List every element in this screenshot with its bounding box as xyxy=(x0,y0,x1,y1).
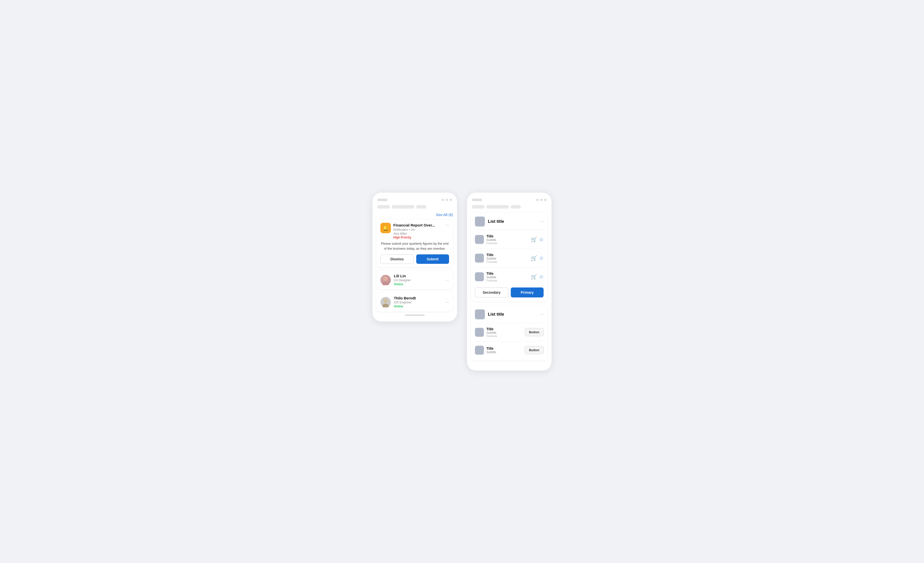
list-card-1: List title ··· Title Subtitle Footnote 🛒… xyxy=(471,213,548,302)
list-card-2-header: List title ··· xyxy=(475,309,544,319)
list-row-2-info: Title Subtitle Footnote xyxy=(486,253,528,263)
addr-pill-r3 xyxy=(511,205,521,209)
list-divider-5 xyxy=(475,341,544,342)
star-icon-2[interactable]: ☆ xyxy=(539,255,544,261)
person-role-lili: UX Designer xyxy=(394,279,442,282)
list-row-3-title: Title xyxy=(486,272,528,276)
left-phone-content: See All (6) 🔔 Financial Report Over... N… xyxy=(376,213,453,312)
main-container: See All (6) 🔔 Financial Report Over... N… xyxy=(372,193,552,371)
status-dot-3 xyxy=(450,199,452,201)
list-card-1-thumb xyxy=(475,216,485,227)
status-bar-right-left xyxy=(472,199,482,201)
svg-point-2 xyxy=(383,299,388,303)
avatar-thilo-image xyxy=(380,297,391,308)
notification-body: Please submit your quarterly figures by … xyxy=(380,241,449,251)
list-row-4-info: Title Subtitle Footnote xyxy=(486,327,522,338)
notification-icon: 🔔 xyxy=(382,225,389,231)
status-dot-r2 xyxy=(540,199,543,201)
list-row-2-thumb xyxy=(475,254,484,263)
phone-top-bar-right xyxy=(471,199,548,201)
status-bar-right xyxy=(442,199,452,201)
addr-pill-1 xyxy=(377,205,390,209)
scroll-bar-left xyxy=(405,315,424,315)
star-icon-1[interactable]: ☆ xyxy=(539,237,544,242)
list-card-2: List title ··· Title Subtitle Footnote B… xyxy=(471,305,548,361)
list-row-2: Title Subtitle Footnote 🛒 ☆ xyxy=(475,251,544,265)
addr-pill-r2 xyxy=(486,205,509,209)
person-name-lili: Lili Lin xyxy=(394,274,442,278)
scroll-indicator-left xyxy=(376,315,453,315)
person-info-thilo: Thilo Berndt iOS Engineer Online xyxy=(394,296,442,308)
list-row-4-title: Title xyxy=(486,327,522,331)
list-card-2-more[interactable]: ··· xyxy=(540,312,544,317)
list-row-5-info: Title Subtitle xyxy=(486,347,522,354)
person-info-lili: Lili Lin UX Designer Online xyxy=(394,274,442,286)
notification-author: Alex Miller xyxy=(393,232,443,236)
status-bar-left xyxy=(377,199,387,201)
avatar-lili-image xyxy=(380,275,391,285)
person-role-thilo: iOS Engineer xyxy=(394,301,442,304)
cart-icon-2[interactable]: 🛒 xyxy=(531,255,537,261)
action-button-1[interactable]: Button xyxy=(525,328,544,336)
left-phone: See All (6) 🔔 Financial Report Over... N… xyxy=(372,193,457,322)
list-row-4-thumb xyxy=(475,328,484,337)
action-button-2[interactable]: Button xyxy=(525,346,544,354)
see-all-link[interactable]: See All (6) xyxy=(436,213,453,217)
notification-title: Financial Report Over... xyxy=(393,223,443,228)
status-dot-2 xyxy=(446,199,448,201)
addr-pill-r1 xyxy=(472,205,484,209)
list-row-3-subtitle: Subtitle xyxy=(486,276,528,279)
person-status-thilo: Online xyxy=(394,305,442,308)
notification-meta: Notification • 2m xyxy=(393,228,443,231)
notification-more-button[interactable]: ··· xyxy=(446,223,449,227)
list-row-3-footnote: Footnote xyxy=(486,279,528,282)
list-row-1-info: Title Subtitle Footnote xyxy=(486,234,528,245)
list-row-4-subtitle: Subtitle xyxy=(486,331,522,335)
notification-icon-wrap: 🔔 xyxy=(380,223,391,233)
addr-pill-3 xyxy=(416,205,426,209)
addr-pill-2 xyxy=(392,205,414,209)
person-more-lili[interactable]: ··· xyxy=(446,278,449,282)
list-row-2-footnote: Footnote xyxy=(486,260,528,263)
person-status-lili: Online xyxy=(394,282,442,286)
list-row-5-subtitle: Subtitle xyxy=(486,350,522,354)
person-more-thilo[interactable]: ··· xyxy=(446,300,449,305)
list-row-5: Title Subtitle Button xyxy=(475,344,544,357)
svg-point-1 xyxy=(382,281,389,285)
phone-top-bar-left xyxy=(376,199,453,201)
address-bar-left xyxy=(376,205,453,209)
list-row-1-footnote: Footnote xyxy=(486,242,528,245)
list-divider-1 xyxy=(475,230,544,230)
list-row-1-title: Title xyxy=(486,234,528,238)
primary-button[interactable]: Primary xyxy=(511,287,544,297)
status-dot-1 xyxy=(442,199,444,201)
status-dot-r3 xyxy=(544,199,547,201)
cart-icon-3[interactable]: 🛒 xyxy=(531,274,537,279)
list-row-3-thumb xyxy=(475,272,484,281)
notification-card: 🔔 Financial Report Over... Notification … xyxy=(376,219,453,267)
dismiss-button[interactable]: Dismiss xyxy=(380,254,414,264)
list-card-1-footer: Secondary Primary xyxy=(475,287,544,297)
notification-actions: Dismiss Submit xyxy=(380,254,449,264)
notification-title-area: Financial Report Over... Notification • … xyxy=(393,223,443,239)
status-dot-r1 xyxy=(536,199,538,201)
secondary-button[interactable]: Secondary xyxy=(475,287,508,297)
avatar-thilo xyxy=(380,297,391,308)
submit-button[interactable]: Submit xyxy=(416,254,449,264)
star-icon-3[interactable]: ☆ xyxy=(539,274,544,279)
list-divider-2 xyxy=(475,249,544,249)
list-card-1-more[interactable]: ··· xyxy=(540,219,544,224)
address-bar-right xyxy=(471,205,548,209)
list-row-1-thumb xyxy=(475,235,484,244)
svg-point-3 xyxy=(382,304,389,308)
avatar-lili xyxy=(380,275,391,285)
cart-icon-1[interactable]: 🛒 xyxy=(531,237,537,242)
list-row-2-actions: 🛒 ☆ xyxy=(531,255,544,261)
notification-priority: High Priority xyxy=(393,236,443,239)
right-phone: List title ··· Title Subtitle Footnote 🛒… xyxy=(467,193,552,371)
status-bar-right-right xyxy=(536,199,547,201)
list-row-1: Title Subtitle Footnote 🛒 ☆ xyxy=(475,232,544,247)
list-card-2-thumb xyxy=(475,309,485,319)
status-pill-1 xyxy=(377,199,387,201)
person-card-lili: Lili Lin UX Designer Online ··· xyxy=(376,270,453,290)
